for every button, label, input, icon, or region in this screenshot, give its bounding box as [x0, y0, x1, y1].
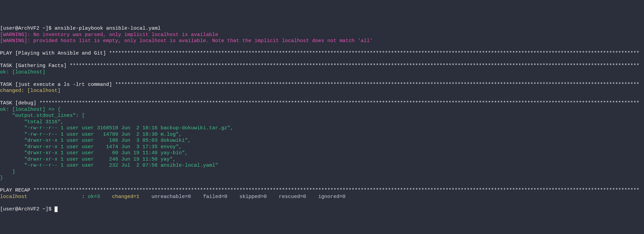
- terminal-output: [user@ArchVF2 ~]$ ansible-playbook ansib…: [0, 26, 644, 212]
- prompt-path: ~: [39, 26, 45, 31]
- cursor-icon: [55, 206, 58, 212]
- prompt-dollar: $: [48, 206, 55, 212]
- prompt-line-1[interactable]: [user@ArchVF2 ~]$ ansible-playbook ansib…: [0, 26, 161, 31]
- recap-ok: ok=3: [88, 194, 109, 200]
- debug-line: "-rw-r--r-- 1 user user 232 Jul 2 07:56 …: [0, 163, 218, 168]
- task-ls-result: changed: [localhost]: [0, 88, 61, 94]
- prompt-at: @: [15, 206, 18, 212]
- debug-line: "drwxr-xr-x 1 user user 60 Jun 19 11:40 …: [0, 150, 188, 156]
- debug-line: "-rw-r--r-- 1 user user 3168518 Jun 2 18…: [0, 125, 233, 131]
- prompt-path: ~: [39, 206, 45, 212]
- debug-line: "total 3116",: [0, 119, 64, 125]
- debug-line: "drwxr-xr-x 1 user user 1474 Jun 3 17:35…: [0, 144, 182, 150]
- play-recap-header: PLAY RECAP *****************************…: [0, 188, 639, 193]
- recap-rest: unreachable=0 failed=0 skipped=0 rescued…: [148, 194, 345, 200]
- task-debug-header: TASK [debug] ***************************…: [0, 100, 639, 106]
- prompt-host: ArchVF2: [18, 26, 39, 31]
- task-gathering-facts-header: TASK [Gathering Facts] *****************…: [0, 63, 639, 69]
- recap-line: localhost : ok=3 changed=1 unreachable=0…: [0, 194, 345, 200]
- prompt-user: user: [3, 26, 15, 31]
- task-gathering-facts-result: ok: [localhost]: [0, 69, 45, 75]
- prompt-host: ArchVF2: [18, 206, 39, 212]
- prompt-line-2[interactable]: [user@ArchVF2 ~]$: [0, 206, 58, 212]
- prompt-open: [: [0, 206, 3, 212]
- prompt-open: [: [0, 26, 3, 31]
- debug-line: "drwxr-xr-x 1 user user 246 Jun 19 11:50…: [0, 157, 176, 162]
- prompt-dollar: $: [48, 26, 55, 31]
- prompt-user: user: [3, 206, 15, 212]
- recap-host: localhost: [0, 194, 82, 200]
- warning-line-1: [WARNING]: No inventory was parsed, only…: [0, 32, 218, 38]
- debug-line: "output.stdout_lines": [: [0, 113, 85, 119]
- debug-line: }: [0, 175, 3, 181]
- command-text: ansible-playbook ansible-local.yaml: [55, 26, 161, 31]
- debug-line: ]: [0, 169, 15, 175]
- debug-line: ok: [localhost] => {: [0, 107, 61, 112]
- debug-line: "drwxr-xr-x 1 user user 186 Jun 3 05:03 …: [0, 138, 191, 143]
- debug-line: "-rw-r--r-- 1 user user 14789 Jun 2 18:3…: [0, 132, 182, 137]
- task-ls-header: TASK [just execute a ls -lrt command] **…: [0, 82, 639, 88]
- prompt-at: @: [15, 26, 18, 31]
- recap-changed: changed=1: [109, 194, 148, 200]
- warning-line-2: [WARNING]: provided hosts list is empty,…: [0, 38, 373, 44]
- play-header: PLAY [Playing with Ansible and Git] ****…: [0, 51, 639, 56]
- recap-colon: :: [82, 194, 88, 200]
- prompt-close: ]: [45, 206, 48, 212]
- prompt-close: ]: [45, 26, 48, 31]
